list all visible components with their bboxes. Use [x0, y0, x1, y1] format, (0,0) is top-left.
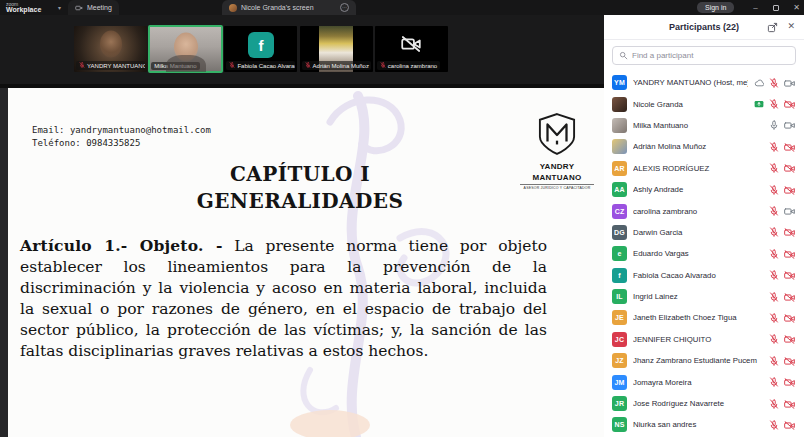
- shared-document: Email: yandrymantuano@hotmail.com Teléfo…: [8, 88, 604, 437]
- mic-muted-icon: [769, 159, 779, 177]
- tab-screen-label: Nicole Granda's screen: [241, 4, 314, 11]
- close-panel-icon[interactable]: ✕: [787, 21, 795, 31]
- mic-muted-icon: [305, 62, 311, 69]
- participant-name: Jomayra Moreira: [633, 378, 763, 387]
- camera-off-icon: [784, 288, 795, 306]
- participant-row[interactable]: Milka Mantuano: [604, 115, 804, 136]
- mic-muted-icon: [769, 330, 779, 348]
- search-icon: [619, 51, 628, 60]
- popout-panel-icon[interactable]: [767, 22, 778, 33]
- participant-status-icons: [769, 352, 795, 370]
- participant-initials-avatar: e: [612, 246, 627, 261]
- participant-name: ALEXIS RODRÍGUEZ: [633, 164, 763, 173]
- participant-row[interactable]: AAAshly Andrade: [604, 179, 804, 200]
- mic-muted-icon: [769, 395, 779, 413]
- participant-status-icons: [769, 373, 795, 391]
- tab-shared-screen[interactable]: Nicole Granda's screen ⋯: [222, 0, 356, 15]
- camera-off-icon: [784, 395, 795, 413]
- sign-in-button[interactable]: Sign in: [697, 2, 734, 13]
- participant-status-icons: [769, 288, 795, 306]
- participant-name: Jhanz Zambrano Estudiante Pucem: [633, 356, 763, 365]
- zoom-workplace-logo[interactable]: zoom Workplace: [6, 1, 41, 13]
- mic-muted-icon: [769, 245, 779, 263]
- participant-row[interactable]: fFabiola Cacao Alvarado: [604, 265, 804, 286]
- video-tile[interactable]: carolina zambrano: [375, 26, 448, 72]
- participant-row[interactable]: NSNiurka san andres: [604, 414, 804, 435]
- participant-row[interactable]: YMYANDRY MANTUANO (Host, me): [604, 72, 804, 93]
- camera-on-icon: [784, 202, 795, 220]
- camera-off-icon: [784, 352, 795, 370]
- participant-avatar: f: [248, 32, 274, 58]
- video-strip: YANDRY MANTUANOMilka MantuanofFabiola Ca…: [0, 15, 604, 84]
- participant-row[interactable]: Nicole Granda: [604, 93, 804, 114]
- tile-name-label: Adrián Molina Muñoz: [302, 61, 371, 70]
- participant-row[interactable]: eEduardo Vargas: [604, 243, 804, 264]
- tab-meeting[interactable]: Meeting: [68, 0, 119, 15]
- tile-name-label: carolina zambrano: [377, 61, 440, 70]
- participant-status-icons: [754, 74, 795, 92]
- participant-row[interactable]: JMJomayra Moreira: [604, 371, 804, 392]
- camera-off-icon: [784, 159, 795, 177]
- participant-row[interactable]: JRJose Rodríguez Navarrete: [604, 393, 804, 414]
- participant-photo-avatar: [612, 97, 627, 112]
- participant-row[interactable]: Adrián Molina Muñoz: [604, 136, 804, 157]
- participant-row[interactable]: CZcarolina zambrano: [604, 200, 804, 221]
- minimize-button[interactable]: –: [747, 0, 764, 15]
- camera-off-icon: [784, 245, 795, 263]
- participant-row[interactable]: JZJhanz Zambrano Estudiante Pucem: [604, 350, 804, 371]
- participant-row[interactable]: ARALEXIS RODRÍGUEZ: [604, 158, 804, 179]
- participant-name: Eduardo Vargas: [633, 249, 763, 258]
- participant-search[interactable]: [612, 46, 796, 65]
- video-tile[interactable]: Milka Mantuano: [149, 26, 222, 72]
- camera-off-icon: [784, 95, 795, 113]
- tile-participant-name: carolina zambrano: [388, 63, 437, 69]
- participant-status-icons: [754, 95, 795, 113]
- mic-muted-icon: [769, 288, 779, 306]
- close-window-button[interactable]: ✕: [788, 0, 804, 15]
- tab-more-icon[interactable]: ⋯: [340, 3, 349, 12]
- participants-panel: Participants (22) ✕ YMYANDRY MANTUANO (H…: [604, 15, 804, 437]
- search-input[interactable]: [632, 51, 789, 60]
- participant-initials-avatar: JR: [612, 396, 627, 411]
- chevron-down-icon[interactable]: ▾: [58, 5, 64, 11]
- app-name-bottom: Workplace: [6, 7, 41, 13]
- shield-monogram-icon: [538, 112, 576, 156]
- mic-muted-icon: [769, 373, 779, 391]
- chapter-subtitle: GENERALIDADES: [8, 189, 592, 213]
- participant-status-icons: [769, 116, 795, 134]
- video-tile[interactable]: YANDRY MANTUANO: [74, 26, 147, 72]
- shared-screen-area: Email: yandrymantuano@hotmail.com Teléfo…: [0, 84, 604, 437]
- mic-muted-icon: [769, 416, 779, 434]
- tile-participant-name: Adrián Molina Muñoz: [313, 63, 369, 69]
- participant-name: Jose Rodríguez Navarrete: [633, 399, 763, 408]
- participant-initials-avatar: DG: [612, 225, 627, 240]
- video-tile[interactable]: Adrián Molina Muñoz: [300, 26, 373, 72]
- participant-row[interactable]: JEJaneth Elizabeth Choez Tigua: [604, 307, 804, 328]
- mic-muted-icon: [769, 95, 779, 113]
- participant-initials-avatar: YM: [612, 75, 627, 90]
- mic-muted-icon: [769, 266, 779, 284]
- chapter-title: CAPÍTULO I: [8, 162, 592, 186]
- video-tile[interactable]: fFabiola Cacao Alvarado: [224, 26, 297, 72]
- camera-off-icon: [784, 138, 795, 156]
- cloud-recording-icon: [754, 74, 764, 92]
- participant-name: Fabiola Cacao Alvarado: [633, 271, 763, 280]
- participant-status-icons: [769, 181, 795, 199]
- camera-on-icon: [784, 74, 795, 92]
- participant-name: Ashly Andrade: [633, 185, 763, 194]
- mic-muted-icon: [769, 223, 779, 241]
- participant-initials-avatar: JC: [612, 332, 627, 347]
- participant-name: carolina zambrano: [633, 207, 763, 216]
- mic-muted-icon: [79, 62, 85, 69]
- participant-row[interactable]: ILIngrid Lainez: [604, 286, 804, 307]
- participant-photo-avatar: [612, 118, 627, 133]
- participant-status-icons: [769, 223, 795, 241]
- mic-muted-icon: [380, 62, 386, 69]
- participant-initials-avatar: JM: [612, 375, 627, 390]
- maximize-button[interactable]: [767, 0, 784, 15]
- participant-row[interactable]: JCJENNIFER CHIQUITO: [604, 329, 804, 350]
- participant-row[interactable]: DGDarwin Garcia: [604, 222, 804, 243]
- participant-status-icons: [769, 309, 795, 327]
- participant-initials-avatar: AR: [612, 161, 627, 176]
- camera-off-icon: [784, 309, 795, 327]
